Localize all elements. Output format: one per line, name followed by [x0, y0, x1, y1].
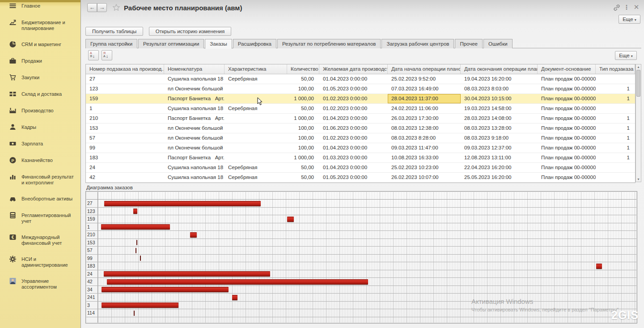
- column-header[interactable]: Номенклатура: [164, 64, 225, 74]
- sidebar-item[interactable]: Бюджетирование и планирование: [0, 19, 80, 31]
- scrollbar-thumb[interactable]: [636, 70, 640, 97]
- gantt-row-label: 34: [87, 287, 97, 292]
- column-header[interactable]: Желаемая дата производства: [319, 64, 388, 74]
- gantt-bar[interactable]: [102, 302, 178, 308]
- gantt-row[interactable]: 153: [86, 239, 636, 247]
- gantt-row[interactable]: 27: [86, 200, 636, 208]
- table-row[interactable]: 123 пл Оконечник большой н... 100,00 01.…: [86, 84, 635, 94]
- table-row[interactable]: 1 Сушилка напольная 18 ... Серебряная 50…: [86, 104, 635, 114]
- more-button-form[interactable]: Еще ▾: [619, 15, 640, 24]
- gantt-bar[interactable]: [101, 224, 170, 230]
- more-menu-icon[interactable]: ⋮: [623, 4, 631, 12]
- tab[interactable]: Группа настройки: [85, 39, 137, 48]
- sidebar-item[interactable]: Главное: [0, 2, 80, 9]
- gantt-row-track: [98, 200, 636, 207]
- column-header[interactable]: Дата начала операции плановая: [388, 64, 461, 74]
- gantt-bar[interactable]: [136, 240, 137, 245]
- table-row[interactable]: 42 Сушилка напольная 18 ... Серебряная 5…: [86, 173, 635, 183]
- gantt-row-label: 27: [87, 200, 97, 206]
- cell-order-number: 210: [86, 114, 164, 123]
- gantt-bar[interactable]: [107, 279, 368, 285]
- gantt-bar[interactable]: [104, 271, 270, 277]
- sidebar-item-icon: [9, 256, 17, 263]
- gantt-row[interactable]: 3: [86, 302, 636, 310]
- sidebar-item-label: Управление ассортиментом: [21, 277, 76, 290]
- sidebar-item[interactable]: CRM и маркетинг: [0, 41, 80, 48]
- sidebar-item[interactable]: Склад и доставка: [0, 90, 80, 98]
- gantt-row[interactable]: 159: [86, 215, 636, 223]
- gantt-row[interactable]: 210: [86, 231, 636, 239]
- gantt-bar[interactable]: [287, 217, 294, 222]
- gantt-row[interactable]: 183: [86, 262, 636, 270]
- table-row[interactable]: 183 Паспорт Банкетка Арт.... 1 000,00 01…: [86, 153, 635, 163]
- tab[interactable]: Заказы: [205, 39, 232, 49]
- sort-descending-button[interactable]: ЯА↓: [102, 50, 112, 60]
- sidebar-item[interactable]: Производство: [0, 107, 80, 114]
- cell-nomenclature: Сушилка напольная 18 ...: [164, 173, 225, 182]
- sidebar-item[interactable]: Финансовый результат и контроллинг: [0, 173, 80, 186]
- scroll-down-icon[interactable]: ▼: [636, 177, 641, 182]
- open-history-button[interactable]: Открыть историю изменения: [149, 27, 231, 36]
- gantt-bar[interactable]: [232, 295, 237, 300]
- link-icon[interactable]: [613, 4, 621, 12]
- sidebar-item[interactable]: Международный финансовый учет: [0, 234, 80, 246]
- gantt-bar[interactable]: [596, 264, 602, 269]
- sidebar-item[interactable]: Кадры: [0, 124, 80, 131]
- sidebar-item-label: Склад и доставка: [21, 90, 76, 97]
- gantt-row[interactable]: 42: [86, 278, 636, 286]
- more-button-grid[interactable]: Еще ▾: [615, 51, 637, 60]
- gantt-row[interactable]: 99: [86, 255, 636, 263]
- column-header[interactable]: Характеристика: [225, 64, 287, 74]
- tab[interactable]: Результат по потреблению материалов: [277, 39, 381, 48]
- sidebar-item[interactable]: НСИ и администрирование: [0, 256, 80, 268]
- sidebar-item[interactable]: Казначейство: [0, 157, 80, 164]
- column-header[interactable]: Тип подзаказа: [596, 64, 635, 74]
- gantt-row[interactable]: 123: [86, 208, 636, 216]
- gantt-row[interactable]: 1: [86, 223, 636, 231]
- tab[interactable]: Загрузка рабочих центров: [381, 39, 454, 48]
- gantt-row[interactable]: 34: [86, 286, 636, 294]
- back-button[interactable]: ←: [87, 3, 97, 12]
- column-header[interactable]: Количество: [287, 64, 319, 74]
- sidebar-item[interactable]: Зарплата: [0, 140, 80, 147]
- sidebar-item[interactable]: Продажи: [0, 57, 80, 64]
- column-header[interactable]: Дата окончания операции плановая: [461, 64, 538, 74]
- table-row[interactable]: 57 пл Оконечник большой н... 100,00 01.0…: [86, 133, 635, 143]
- gantt-bar[interactable]: [136, 248, 136, 253]
- gantt-bar[interactable]: [102, 287, 229, 292]
- cell-end-date: 19.03.2023 14:58:00: [461, 104, 538, 113]
- sidebar-item[interactable]: Управление ассортиментом: [0, 277, 80, 290]
- close-icon[interactable]: ✕: [632, 4, 640, 12]
- sidebar-item[interactable]: Регламентированный учет: [0, 212, 80, 224]
- tab[interactable]: Прочее: [455, 39, 483, 48]
- table-row[interactable]: 27 Сушилка напольная 18 ... Серебряная 5…: [86, 74, 635, 84]
- column-header[interactable]: Номер подзаказа на производ...: [86, 64, 164, 74]
- table-row[interactable]: 99 пл Оконечник большой н... 100,00 01.0…: [86, 143, 635, 153]
- gantt-bar[interactable]: [104, 201, 261, 206]
- favorite-star-icon[interactable]: [112, 4, 120, 12]
- table-row[interactable]: 210 Паспорт Банкетка Арт.... 1 000,00 01…: [86, 114, 635, 124]
- table-row[interactable]: 153 пл Оконечник большой н... 100,00 01.…: [86, 124, 635, 133]
- gantt-bar[interactable]: [140, 256, 141, 261]
- tab[interactable]: Ошибки: [483, 39, 513, 48]
- tab[interactable]: Расшифровка: [233, 39, 276, 48]
- gantt-bar[interactable]: [134, 311, 135, 316]
- table-row[interactable]: 24 Сушилка напольная 18 ... Серебряная 5…: [86, 163, 635, 173]
- table-scrollbar[interactable]: ▲ ▼: [636, 64, 641, 182]
- column-header[interactable]: Документ-основание: [538, 64, 596, 74]
- sort-ascending-button[interactable]: АЯ↓: [88, 50, 99, 60]
- gantt-row-track: [98, 231, 636, 239]
- forward-button[interactable]: →: [97, 3, 107, 12]
- tab[interactable]: Результат оптимизации: [138, 39, 204, 48]
- gantt-row[interactable]: 24: [86, 270, 636, 278]
- table-row[interactable]: 159 Паспорт Банкетка Арт.... 1 000,00 01…: [86, 94, 635, 104]
- get-tables-button[interactable]: Получить таблицы: [85, 27, 143, 36]
- sidebar-item[interactable]: Внеоборотные активы: [0, 195, 80, 202]
- gantt-bar[interactable]: [190, 232, 197, 238]
- gantt-bar[interactable]: [133, 209, 137, 214]
- sidebar-item[interactable]: Закупки: [0, 74, 80, 81]
- gantt-row[interactable]: 57: [86, 247, 636, 255]
- gantt-row[interactable]: 241: [86, 294, 636, 302]
- scroll-up-icon[interactable]: ▲: [636, 64, 641, 69]
- gantt-row[interactable]: 114: [86, 309, 636, 317]
